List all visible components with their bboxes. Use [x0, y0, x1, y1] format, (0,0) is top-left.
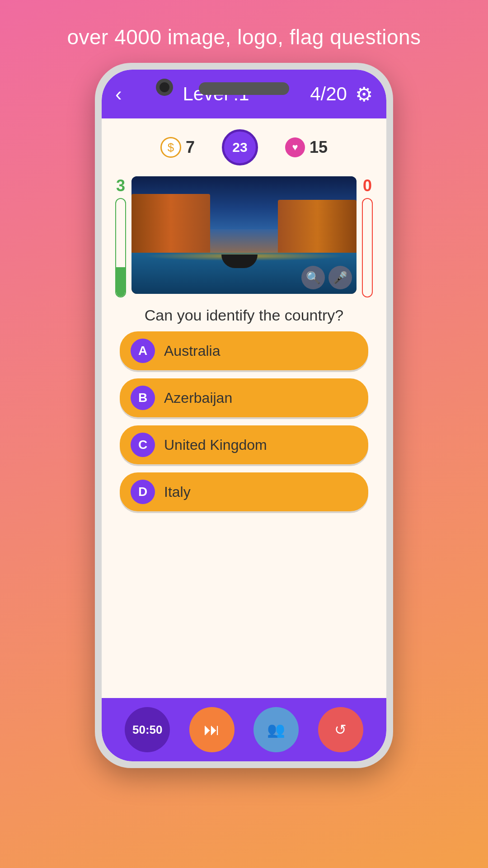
image-section: 3 — [115, 176, 373, 297]
venice-buildings-left — [131, 194, 210, 259]
answers-list: A Australia B Azerbaijan C United Kingdo… — [115, 331, 373, 511]
coins-value: 7 — [186, 138, 195, 157]
app-screen: ‹ Level :1 4/20 ⚙ $ 7 23 — [102, 70, 386, 761]
score-row: $ 7 23 ♥ 15 — [115, 129, 373, 165]
settings-icon[interactable]: ⚙ — [355, 83, 373, 106]
app-bottom-bar: 50:50 ⏭ 👥 ↺ — [102, 698, 386, 761]
phone-camera — [156, 79, 173, 96]
left-bar-container: 3 — [115, 176, 126, 297]
phone-speaker — [199, 82, 289, 95]
venice-buildings-right — [278, 200, 357, 259]
left-bar-fill — [116, 267, 125, 297]
back-button[interactable]: ‹ — [115, 84, 122, 104]
heart-icon: ♥ — [285, 137, 305, 157]
answer-c-letter: C — [131, 433, 155, 457]
question-text: Can you identify the country? — [145, 307, 343, 324]
timer-circle: 23 — [222, 129, 258, 165]
skip-button[interactable]: ⏭ — [189, 707, 235, 752]
zoom-icon: 🔍 — [306, 271, 320, 285]
header-right: 4/20 ⚙ — [310, 83, 373, 106]
right-bar-label: 0 — [363, 176, 372, 195]
mic-icon: 🎤 — [333, 271, 347, 285]
coins-item: $ 7 — [160, 137, 195, 158]
zoom-icon-button[interactable]: 🔍 — [301, 266, 325, 289]
answer-d-text: Italy — [164, 484, 191, 500]
answer-d-letter: D — [131, 480, 155, 504]
phone-inner: ‹ Level :1 4/20 ⚙ $ 7 23 — [102, 70, 386, 761]
skip-icon: ⏭ — [204, 720, 220, 739]
right-bar-container: 0 — [362, 176, 373, 297]
app-content: $ 7 23 ♥ 15 3 — [102, 118, 386, 698]
answer-a-button[interactable]: A Australia — [120, 331, 368, 370]
score-display: 4/20 — [310, 83, 347, 105]
history-button[interactable]: ↺ — [318, 707, 363, 752]
left-bar-track — [115, 198, 126, 297]
answer-b-text: Azerbaijan — [164, 390, 232, 406]
tagline: over 4000 image, logo, flag questions — [67, 25, 421, 49]
right-bar-track — [362, 198, 373, 297]
answer-b-button[interactable]: B Azerbaijan — [120, 378, 368, 417]
quiz-image-wrapper: 🔍 🎤 — [131, 176, 357, 294]
friends-button[interactable]: 👥 — [253, 707, 299, 752]
coin-icon: $ — [160, 137, 181, 158]
answer-a-letter: A — [131, 339, 155, 363]
friends-icon: 👥 — [267, 721, 285, 738]
answer-c-button[interactable]: C United Kingdom — [120, 425, 368, 464]
fifty-fifty-button[interactable]: 50:50 — [125, 707, 170, 752]
answer-a-text: Australia — [164, 343, 221, 359]
phone-shell: ‹ Level :1 4/20 ⚙ $ 7 23 — [95, 63, 393, 768]
left-bar-label: 3 — [116, 176, 125, 195]
hearts-value: 15 — [310, 138, 328, 157]
history-icon: ↺ — [334, 721, 347, 738]
hearts-item: ♥ 15 — [285, 137, 328, 157]
timer-value: 23 — [232, 140, 247, 155]
answer-c-text: United Kingdom — [164, 437, 267, 453]
answer-b-letter: B — [131, 386, 155, 410]
mic-icon-button[interactable]: 🎤 — [328, 266, 352, 289]
image-icons: 🔍 🎤 — [301, 266, 352, 289]
answer-d-button[interactable]: D Italy — [120, 472, 368, 511]
